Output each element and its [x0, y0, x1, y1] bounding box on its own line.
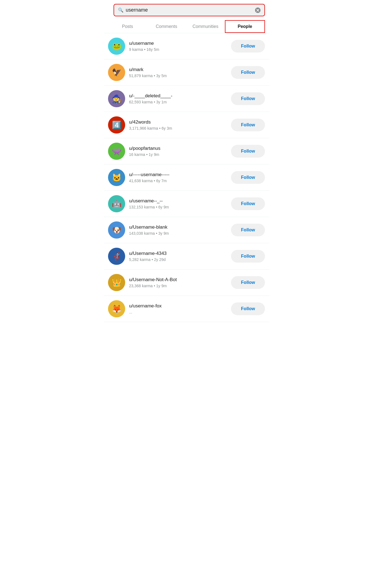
- avatar: 4️⃣: [108, 116, 125, 134]
- person-info: u/-----username----- 41,638 karma • 6y 7…: [129, 172, 227, 183]
- person-meta: 143,038 karma • 3y 9m: [129, 231, 227, 236]
- list-item: 🐸 u/username 9 karma • 16y 5m Follow: [104, 33, 269, 59]
- follow-button[interactable]: Follow: [231, 276, 265, 289]
- list-item: 🐶 u/Username-blank 143,038 karma • 3y 9m…: [104, 217, 269, 243]
- person-info: u/-____deleted____- 62,593 karma • 3y 1m: [129, 93, 227, 104]
- avatar: 👑: [108, 274, 125, 291]
- follow-button[interactable]: Follow: [231, 66, 265, 79]
- person-name: u/Username-blank: [129, 224, 227, 230]
- person-name: u/username-fox: [129, 303, 227, 309]
- avatar: 🦅: [108, 64, 125, 81]
- avatar: 👾: [108, 143, 125, 160]
- list-item: 4️⃣ u/42words 3,171,966 karma • 6y 3m Fo…: [104, 112, 269, 138]
- avatar: 🤖: [108, 195, 125, 212]
- list-item: 🧙 u/-____deleted____- 62,593 karma • 3y …: [104, 86, 269, 112]
- person-info: u/42words 3,171,966 karma • 6y 3m: [129, 119, 227, 130]
- clear-button[interactable]: [255, 7, 261, 13]
- follow-button[interactable]: Follow: [231, 302, 265, 315]
- person-meta: 51,879 karma • 3y 5m: [129, 74, 227, 78]
- person-name: u/-----username-----: [129, 172, 227, 177]
- list-item: 🤖 u/username--_-- 132,153 karma • 6y 9m …: [104, 191, 269, 217]
- person-info: u/Username-blank 143,038 karma • 3y 9m: [129, 224, 227, 236]
- person-meta: 23,368 karma • 1y 9m: [129, 284, 227, 288]
- tab-people[interactable]: People: [225, 20, 265, 33]
- avatar: 🐸: [108, 38, 125, 55]
- person-meta: 3,171,966 karma • 6y 3m: [129, 126, 227, 130]
- person-name: u/-____deleted____-: [129, 93, 227, 99]
- person-meta: ...: [129, 310, 227, 314]
- person-info: u/mark 51,879 karma • 3y 5m: [129, 67, 227, 78]
- person-meta: 41,638 karma • 6y 7m: [129, 179, 227, 183]
- person-meta: 9 karma • 16y 5m: [129, 47, 227, 52]
- avatar: 🦸: [108, 248, 125, 265]
- person-name: u/42words: [129, 119, 227, 125]
- person-info: u/Username-4343 5,282 karma • 2y 29d: [129, 251, 227, 262]
- search-icon: 🔍: [118, 7, 124, 13]
- person-name: u/poopfartanus: [129, 146, 227, 151]
- person-info: u/username-fox ...: [129, 303, 227, 314]
- person-meta: 132,153 karma • 6y 9m: [129, 205, 227, 209]
- follow-button[interactable]: Follow: [231, 250, 265, 263]
- follow-button[interactable]: Follow: [231, 92, 265, 105]
- person-info: u/Username-Not-A-Bot 23,368 karma • 1y 9…: [129, 277, 227, 288]
- avatar: 🧙: [108, 90, 125, 107]
- person-meta: 16 karma • 1y 9m: [129, 152, 227, 157]
- person-info: u/username--_-- 132,153 karma • 6y 9m: [129, 198, 227, 209]
- list-item: 👑 u/Username-Not-A-Bot 23,368 karma • 1y…: [104, 270, 269, 296]
- list-item: 👾 u/poopfartanus 16 karma • 1y 9m Follow: [104, 138, 269, 164]
- header: 🔍: [104, 0, 269, 20]
- list-item: 🦅 u/mark 51,879 karma • 3y 5m Follow: [104, 59, 269, 86]
- list-item: 🦊 u/username-fox ... Follow: [104, 296, 269, 322]
- back-button[interactable]: [108, 9, 110, 11]
- search-input[interactable]: [126, 7, 253, 13]
- avatar: 🐶: [108, 221, 125, 239]
- person-name: u/username: [129, 41, 227, 46]
- follow-button[interactable]: Follow: [231, 145, 265, 158]
- person-info: u/username 9 karma • 16y 5m: [129, 41, 227, 52]
- person-meta: 5,282 karma • 2y 29d: [129, 257, 227, 262]
- tabs-bar: Posts Comments Communities People: [104, 20, 269, 33]
- tab-comments[interactable]: Comments: [147, 20, 186, 33]
- follow-button[interactable]: Follow: [231, 40, 265, 53]
- follow-button[interactable]: Follow: [231, 119, 265, 131]
- list-item: 🐱 u/-----username----- 41,638 karma • 6y…: [104, 164, 269, 191]
- search-bar: 🔍: [114, 4, 265, 16]
- follow-button[interactable]: Follow: [231, 197, 265, 210]
- person-name: u/username--_--: [129, 198, 227, 204]
- person-name: u/mark: [129, 67, 227, 72]
- person-name: u/Username-Not-A-Bot: [129, 277, 227, 283]
- follow-button[interactable]: Follow: [231, 224, 265, 236]
- person-meta: 62,593 karma • 3y 1m: [129, 100, 227, 104]
- person-info: u/poopfartanus 16 karma • 1y 9m: [129, 146, 227, 157]
- avatar: 🐱: [108, 169, 125, 186]
- person-name: u/Username-4343: [129, 251, 227, 256]
- tab-communities[interactable]: Communities: [186, 20, 225, 33]
- tab-posts[interactable]: Posts: [108, 20, 147, 33]
- follow-button[interactable]: Follow: [231, 171, 265, 184]
- avatar: 🦊: [108, 300, 125, 317]
- people-list: 🐸 u/username 9 karma • 16y 5m Follow 🦅 u…: [104, 33, 269, 322]
- list-item: 🦸 u/Username-4343 5,282 karma • 2y 29d F…: [104, 243, 269, 270]
